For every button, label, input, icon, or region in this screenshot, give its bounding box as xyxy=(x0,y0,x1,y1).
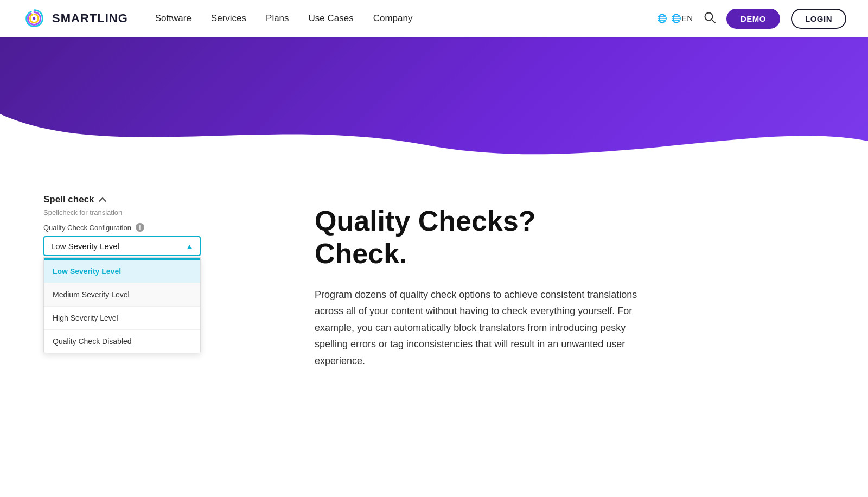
svg-line-3 xyxy=(712,20,716,23)
logo-area[interactable]: SMARTLING xyxy=(22,6,128,31)
hero-section xyxy=(0,37,868,162)
logo-icon xyxy=(22,6,47,31)
search-button[interactable] xyxy=(704,11,716,26)
dropdown-arrow-icon: ▲ xyxy=(186,242,193,251)
title-line-2: Check. xyxy=(315,238,407,269)
dropdown-selected-text: Low Severity Level xyxy=(51,241,119,251)
language-selector[interactable]: 🌐 🌐EN xyxy=(657,14,693,23)
spell-check-subtitle: Spellcheck for translation xyxy=(43,208,271,216)
search-icon xyxy=(704,11,716,23)
language-label: 🌐EN xyxy=(671,14,693,23)
content-section: Spell check Spellcheck for translation Q… xyxy=(0,162,868,413)
severity-dropdown[interactable]: Low Severity Level ▲ Low Severity Level … xyxy=(43,236,201,256)
right-panel: Quality Checks? Check. Program dozens of… xyxy=(315,194,825,369)
dropdown-selected-value[interactable]: Low Severity Level ▲ xyxy=(43,236,201,256)
dropdown-item-disabled[interactable]: Quality Check Disabled xyxy=(44,330,200,353)
dropdown-item-medium[interactable]: Medium Severity Level xyxy=(44,283,200,307)
main-nav: Software Services Plans Use Cases Compan… xyxy=(155,13,657,24)
chevron-up-icon[interactable] xyxy=(99,196,106,203)
right-description: Program dozens of quality check options … xyxy=(315,286,640,369)
header: SMARTLING Software Services Plans Use Ca… xyxy=(0,0,868,37)
dropdown-menu: Low Severity Level Medium Severity Level… xyxy=(43,257,201,353)
globe-icon: 🌐 xyxy=(657,14,667,23)
login-button[interactable]: LOGIN xyxy=(791,9,846,29)
dropdown-item-low[interactable]: Low Severity Level xyxy=(44,260,200,283)
svg-point-1 xyxy=(33,17,36,20)
left-panel: Spell check Spellcheck for translation Q… xyxy=(43,194,271,256)
quality-check-row: Quality Check Configuration i xyxy=(43,223,271,232)
wave-container xyxy=(0,114,868,163)
nav-services[interactable]: Services xyxy=(211,13,246,24)
nav-software[interactable]: Software xyxy=(155,13,192,24)
dropdown-item-high[interactable]: High Severity Level xyxy=(44,307,200,330)
spell-check-label-text: Spell check xyxy=(43,194,94,205)
nav-plans[interactable]: Plans xyxy=(266,13,289,24)
header-right: 🌐 🌐EN DEMO LOGIN xyxy=(657,9,846,29)
quality-check-label: Quality Check Configuration xyxy=(43,224,131,232)
info-icon[interactable]: i xyxy=(136,223,144,232)
nav-company[interactable]: Company xyxy=(373,13,413,24)
nav-use-cases[interactable]: Use Cases xyxy=(309,13,354,24)
logo-text: SMARTLING xyxy=(52,11,128,26)
spell-check-heading: Spell check xyxy=(43,194,271,205)
right-title: Quality Checks? Check. xyxy=(315,205,825,270)
page-body: Spell check Spellcheck for translation Q… xyxy=(0,0,868,413)
title-line-1: Quality Checks? xyxy=(315,205,535,237)
demo-button[interactable]: DEMO xyxy=(726,9,780,29)
